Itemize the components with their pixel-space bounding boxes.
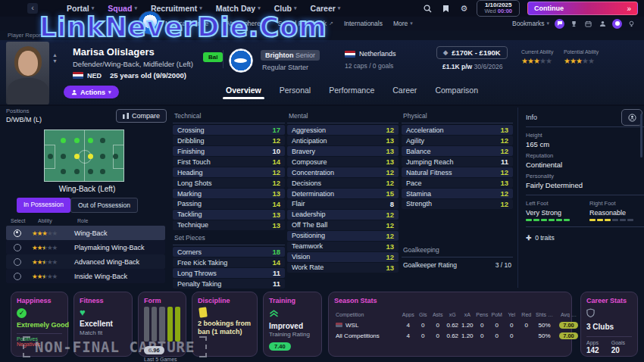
attribute-value: 12	[272, 179, 280, 187]
form-card[interactable]: Form 6.96 Last 5 Games	[138, 292, 186, 357]
discipline-card[interactable]: Discipline 2 bookings from ban (1 match)	[192, 292, 258, 357]
compare-icon	[123, 113, 129, 119]
fitness-card[interactable]: Fitness ♥ Excellent Match fit	[73, 292, 133, 357]
attribute-row-work-rate: Work Rate13	[287, 263, 399, 273]
position-dot[interactable]	[74, 169, 80, 174]
clubs-count: 3 Clubs	[586, 323, 632, 331]
stat-cell: 0	[489, 322, 505, 329]
reputation-value: Continental	[526, 161, 644, 169]
quick-icons	[555, 19, 636, 29]
toggle-in-possession[interactable]: In Possession	[17, 198, 70, 213]
messages-icon[interactable]	[555, 19, 564, 29]
foot-strength-segment	[549, 219, 555, 221]
player-stepper[interactable]: ▲▼	[52, 52, 58, 64]
season-table-row[interactable]: WSL4000.621.20000050%7.00	[334, 320, 566, 330]
tab-comparison[interactable]: Comparison	[435, 86, 478, 99]
ideas-icon[interactable]	[627, 19, 636, 29]
natural-position-dot[interactable]	[74, 138, 80, 143]
gear-icon[interactable]: ⚙	[458, 3, 469, 14]
game-date[interactable]: 1/10/2025 Wed 00:00	[477, 0, 520, 17]
attribute-row-anticipation: Anticipation13	[287, 136, 399, 145]
tab-career[interactable]: Career	[392, 86, 417, 99]
position-dot[interactable]	[88, 169, 93, 174]
subnav-atmosphere[interactable]: Atmosphere↗	[226, 20, 267, 27]
radio-button[interactable]	[14, 258, 21, 266]
subnav-more[interactable]: More▾	[393, 20, 413, 27]
toggle-out-of-possession[interactable]: Out of Possession	[70, 198, 138, 213]
league-icon[interactable]	[612, 19, 622, 29]
training-card[interactable]: Training Improved Training Rating 7.40	[263, 292, 322, 357]
competition-cell: All Competitions	[334, 332, 401, 339]
profile-icon-button[interactable]	[621, 109, 642, 126]
nav-portal[interactable]: Portal▾	[67, 4, 94, 13]
attribute-value: 12	[386, 211, 394, 219]
radio-button[interactable]	[14, 273, 21, 280]
star-empty-icon: ★	[546, 57, 552, 65]
fm-player-report-screen: ‹ Portal▾Squad▾Recruitment▾Match Day▾Clu…	[0, 0, 644, 362]
happiness-card[interactable]: Happiness ✓ Extremely Good Positives Neg…	[11, 292, 68, 357]
chevron-up-icon[interactable]: ▲	[52, 52, 58, 58]
club-team-pill[interactable]: Brighton Senior	[261, 50, 320, 61]
compare-button[interactable]: Compare	[116, 109, 167, 123]
attribute-label: Work Rate	[292, 264, 324, 271]
person-icon	[71, 89, 77, 95]
tab-personal[interactable]: Personal	[280, 86, 311, 99]
subnav-squad-feedback[interactable]: Squad Feedback↗	[278, 20, 333, 27]
attribute-value: 12	[500, 136, 508, 145]
star-full-icon: ★	[42, 229, 47, 237]
chevron-down-icon: ▾	[258, 5, 261, 11]
stat-cell: 0.62	[445, 322, 461, 329]
radio-button[interactable]	[14, 229, 21, 237]
attribute-row-first-touch: First Touch14	[173, 157, 285, 167]
fitness-status: Excellent	[80, 320, 127, 328]
stat-cell: 50%	[534, 322, 555, 329]
scrollbar[interactable]	[640, 114, 642, 158]
tab-performance[interactable]: Performance	[329, 86, 374, 99]
back-button[interactable]: ‹	[27, 3, 38, 14]
bookmark-icon[interactable]	[440, 3, 451, 14]
trophy-icon[interactable]	[569, 19, 579, 29]
season-table-row[interactable]: All Competitions4000.621.2000050%7.00	[334, 330, 566, 341]
continue-button[interactable]: Continue »	[527, 2, 638, 15]
nav-recruitment[interactable]: Recruitment▾	[151, 4, 202, 13]
natural-position-dot[interactable]	[61, 138, 66, 143]
nav-squad[interactable]: Squad▾	[108, 4, 137, 13]
career-stats-card[interactable]: Career Stats 3 Clubs Apps142Goals20	[580, 292, 638, 357]
column-header: Competition	[334, 312, 401, 317]
selected-position-dot[interactable]	[88, 154, 93, 159]
attribute-row-long-throws: Long Throws11	[173, 268, 285, 278]
attribute-value: 13	[386, 264, 394, 272]
tab-overview[interactable]: Overview	[226, 86, 261, 99]
subnav-internationals[interactable]: Internationals	[344, 20, 383, 27]
natural-position-dot[interactable]	[88, 138, 93, 143]
search-icon[interactable]	[422, 3, 433, 14]
role-row-wing-back[interactable]: ★★★★★Wing-Back	[6, 226, 165, 240]
role-row-advanced-wing-back[interactable]: ★★★★★★Advanced Wing-Back	[6, 254, 165, 269]
star-empty-icon: ★	[539, 57, 546, 65]
position-dot[interactable]	[100, 154, 105, 159]
role-row-inside-wing-back[interactable]: ★★★★★★Inside Wing-Back	[6, 269, 165, 283]
actions-button[interactable]: Actions ▾	[64, 86, 119, 98]
position-dot[interactable]	[61, 154, 66, 159]
attribute-value: 13	[272, 189, 280, 198]
bookmarks-dropdown[interactable]: Bookmarks ▾	[512, 20, 549, 27]
role-row-playmaking-wing-back[interactable]: ★★★★★★Playmaking Wing-Back	[6, 240, 165, 254]
chevron-down-icon[interactable]: ▼	[52, 58, 58, 64]
attribute-value: 17	[272, 126, 280, 134]
form-bar	[167, 307, 173, 342]
calendar-icon[interactable]	[583, 19, 593, 29]
scout-icon[interactable]	[598, 19, 608, 29]
nav-club[interactable]: Club▾	[274, 4, 297, 13]
attribute-label: Vision	[292, 253, 310, 261]
position-dot[interactable]	[100, 169, 105, 174]
subnav-medical-centre[interactable]: Medical Centre↗	[165, 20, 215, 27]
nav-match-day[interactable]: Match Day▾	[216, 4, 261, 13]
position-dot[interactable]	[61, 169, 66, 174]
plus-icon: ✚	[526, 234, 531, 242]
nav-career[interactable]: Career▾	[311, 4, 341, 13]
position-dot[interactable]	[100, 138, 105, 143]
foot-strength-segment	[533, 219, 539, 221]
traits-button[interactable]: ✚ 0 traits	[526, 234, 644, 242]
transfer-value[interactable]: ◆ £170K - £190K	[436, 46, 508, 59]
radio-button[interactable]	[14, 244, 21, 251]
